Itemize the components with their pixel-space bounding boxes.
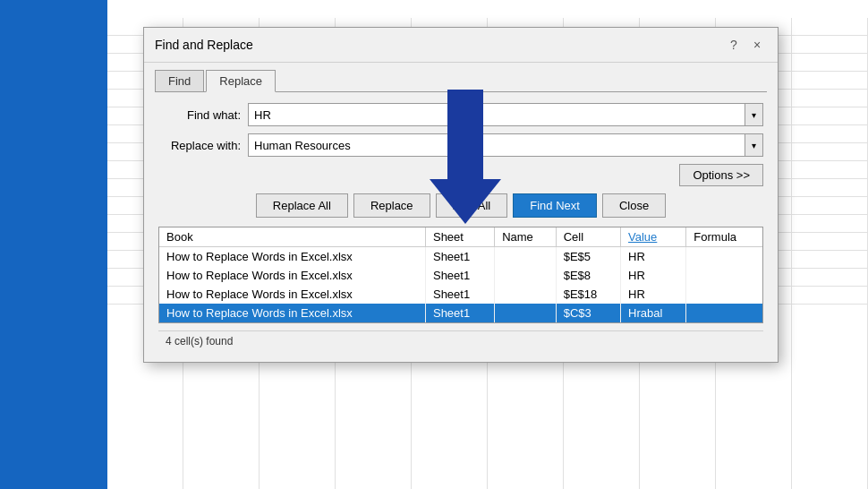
results-container: Book Sheet Name Cell Value Formula How t…: [158, 227, 763, 323]
find-all-button[interactable]: Find All: [436, 193, 508, 218]
col-header-value: Value: [621, 227, 686, 247]
close-window-button[interactable]: ×: [747, 35, 767, 55]
col-header-cell: Cell: [556, 227, 620, 247]
table-row[interactable]: How to Replace Words in Excel.xlsxSheet1…: [159, 247, 762, 267]
replace-with-dropdown-button[interactable]: ▾: [745, 134, 762, 156]
replace-with-input-wrap: ▾: [248, 133, 763, 157]
action-buttons-row: Replace All Replace Find All Find Next C…: [158, 193, 763, 218]
results-table: Book Sheet Name Cell Value Formula How t…: [159, 227, 762, 322]
table-row[interactable]: How to Replace Words in Excel.xlsxSheet1…: [159, 285, 762, 304]
find-what-dropdown-button[interactable]: ▾: [745, 104, 762, 125]
help-button[interactable]: ?: [724, 35, 744, 55]
tab-replace[interactable]: Replace: [206, 70, 276, 92]
find-what-input[interactable]: [249, 104, 745, 125]
dialog-tabs: Find Replace: [144, 63, 778, 91]
col-header-book: Book: [159, 227, 425, 247]
replace-with-label: Replace with:: [158, 139, 248, 152]
results-header-row: Book Sheet Name Cell Value Formula: [159, 227, 762, 247]
find-next-button[interactable]: Find Next: [513, 193, 597, 218]
close-dialog-button[interactable]: Close: [602, 193, 666, 218]
col-header-name: Name: [495, 227, 557, 247]
dialog-titlebar: Find and Replace ? ×: [144, 28, 778, 63]
titlebar-buttons: ? ×: [724, 35, 767, 55]
table-row[interactable]: How to Replace Words in Excel.xlsxSheet1…: [159, 266, 762, 285]
replace-with-row: Replace with: ▾: [158, 133, 763, 157]
find-replace-dialog: Find and Replace ? × Find Replace Find w…: [143, 27, 779, 363]
col-header-sheet: Sheet: [425, 227, 494, 247]
results-footer: 4 cell(s) found: [158, 330, 763, 351]
dialog-content: Find what: ▾ Replace with: ▾ Options >> …: [144, 92, 778, 362]
replace-with-input[interactable]: [249, 134, 745, 156]
dialog-title: Find and Replace: [155, 38, 253, 52]
options-button[interactable]: Options >>: [679, 164, 763, 186]
find-what-row: Find what: ▾: [158, 103, 763, 126]
table-row[interactable]: How to Replace Words in Excel.xlsxSheet1…: [159, 304, 762, 322]
results-count: 4 cell(s) found: [166, 335, 233, 347]
col-header-formula: Formula: [686, 227, 762, 247]
find-what-label: Find what:: [158, 108, 248, 122]
blue-accent-column: [0, 0, 107, 489]
replace-all-button[interactable]: Replace All: [256, 193, 348, 218]
find-what-input-wrap: ▾: [248, 103, 763, 126]
tab-find[interactable]: Find: [155, 70, 204, 91]
replace-button[interactable]: Replace: [353, 193, 430, 218]
options-row: Options >>: [158, 164, 763, 186]
